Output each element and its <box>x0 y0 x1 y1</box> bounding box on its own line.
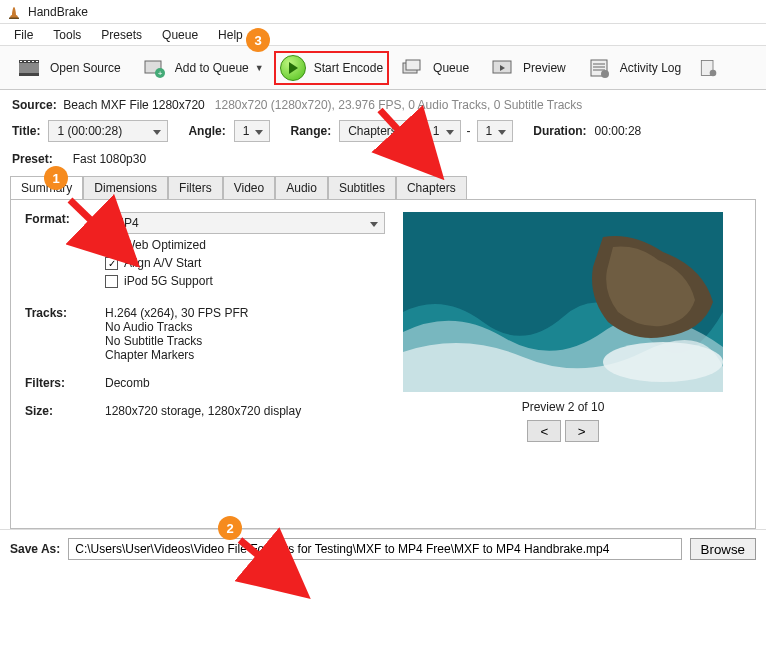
preview-icon <box>489 55 515 81</box>
track-line-2: No Subtitle Tracks <box>105 334 385 348</box>
preview-caption: Preview 2 of 10 <box>385 400 741 414</box>
svg-point-22 <box>710 69 717 76</box>
range-from-select[interactable]: 1 <box>424 120 461 142</box>
preview-image <box>403 212 723 392</box>
tab-video[interactable]: Video <box>223 176 275 199</box>
source-row: Source: Beach MXF File 1280x720 1280x720… <box>0 90 766 118</box>
annotation-number-3: 3 <box>246 28 270 52</box>
preview-prev-button[interactable]: < <box>527 420 561 442</box>
preview-next-button[interactable]: > <box>565 420 599 442</box>
track-line-3: Chapter Markers <box>105 348 385 362</box>
svg-rect-1 <box>19 62 39 74</box>
menu-queue[interactable]: Queue <box>152 26 208 44</box>
svg-text:+: + <box>157 69 162 78</box>
add-queue-icon: + <box>141 55 167 81</box>
source-details: 1280x720 (1280x720), 23.976 FPS, 0 Audio… <box>215 98 583 112</box>
tracks-label: Tracks: <box>25 306 105 362</box>
queue-label: Queue <box>433 61 469 75</box>
tabs: Summary Dimensions Filters Video Audio S… <box>10 176 756 199</box>
queue-icon <box>399 55 425 81</box>
app-title: HandBrake <box>28 5 88 19</box>
svg-rect-0 <box>9 17 19 19</box>
range-dash: - <box>467 124 471 138</box>
queue-button[interactable]: Queue <box>389 51 479 85</box>
size-value: 1280x720 storage, 1280x720 display <box>105 404 385 418</box>
tab-audio[interactable]: Audio <box>275 176 328 199</box>
svg-point-24 <box>603 342 723 382</box>
browse-button[interactable]: Browse <box>690 538 756 560</box>
params-row: Title: 1 (00:00:28) Angle: 1 Range: Chap… <box>0 118 766 152</box>
gear-icon <box>695 55 721 81</box>
settings-button[interactable] <box>691 51 725 85</box>
save-path-input[interactable] <box>68 538 681 560</box>
add-to-queue-button[interactable]: + Add to Queue ▼ <box>131 51 274 85</box>
play-icon <box>280 55 306 81</box>
save-row: Save As: Browse <box>0 529 766 568</box>
svg-rect-8 <box>36 61 38 62</box>
open-source-label: Open Source <box>50 61 121 75</box>
range-label: Range: <box>290 124 331 138</box>
duration-value: 00:00:28 <box>595 124 642 138</box>
preview-label: Preview <box>523 61 566 75</box>
filters-label: Filters: <box>25 376 105 390</box>
ipod-checkbox[interactable]: iPod 5G Support <box>105 274 385 288</box>
menu-file[interactable]: File <box>4 26 43 44</box>
preset-value: Fast 1080p30 <box>73 152 146 166</box>
open-source-button[interactable]: Open Source <box>6 51 131 85</box>
activity-log-label: Activity Log <box>620 61 681 75</box>
svg-rect-4 <box>20 61 22 62</box>
handbrake-icon <box>6 4 22 20</box>
toolbar: Open Source + Add to Queue ▼ Start Encod… <box>0 46 766 90</box>
add-to-queue-label: Add to Queue <box>175 61 249 75</box>
title-label: Title: <box>12 124 40 138</box>
preset-label: Preset: <box>12 152 53 166</box>
angle-label: Angle: <box>188 124 225 138</box>
track-line-1: No Audio Tracks <box>105 320 385 334</box>
range-type-select[interactable]: Chapters <box>339 120 418 142</box>
film-icon <box>16 55 42 81</box>
preset-row: Preset: Fast 1080p30 <box>0 152 766 176</box>
preview-button[interactable]: Preview <box>479 51 576 85</box>
duration-label: Duration: <box>533 124 586 138</box>
tab-dimensions[interactable]: Dimensions <box>83 176 168 199</box>
source-name: Beach MXF File 1280x720 <box>63 98 204 112</box>
tab-filters[interactable]: Filters <box>168 176 223 199</box>
size-label: Size: <box>25 404 105 418</box>
format-label: Format: <box>25 212 105 292</box>
web-optimized-checkbox[interactable]: Web Optimized <box>105 238 385 252</box>
save-label: Save As: <box>10 542 60 556</box>
chevron-down-icon: ▼ <box>255 63 264 73</box>
activity-log-button[interactable]: Activity Log <box>576 51 691 85</box>
tab-subtitles[interactable]: Subtitles <box>328 176 396 199</box>
annotation-number-1: 1 <box>44 166 68 190</box>
titlebar: HandBrake <box>0 0 766 24</box>
svg-rect-7 <box>32 61 34 62</box>
svg-rect-13 <box>406 60 420 70</box>
track-line-0: H.264 (x264), 30 FPS PFR <box>105 306 385 320</box>
log-icon <box>586 55 612 81</box>
svg-rect-6 <box>28 61 30 62</box>
tab-chapters[interactable]: Chapters <box>396 176 467 199</box>
menu-presets[interactable]: Presets <box>91 26 152 44</box>
range-to-select[interactable]: 1 <box>477 120 514 142</box>
svg-rect-5 <box>24 61 26 62</box>
tab-body: Format: MP4 Web Optimized ✓Align A/V Sta… <box>10 199 756 529</box>
filters-value: Decomb <box>105 376 385 390</box>
source-label: Source: <box>12 98 57 112</box>
title-select[interactable]: 1 (00:00:28) <box>48 120 168 142</box>
annotation-number-2: 2 <box>218 516 242 540</box>
start-encode-button[interactable]: Start Encode <box>274 51 389 85</box>
format-select[interactable]: MP4 <box>105 212 385 234</box>
svg-point-20 <box>601 70 609 78</box>
svg-rect-3 <box>19 73 39 76</box>
menu-tools[interactable]: Tools <box>43 26 91 44</box>
menubar: File Tools Presets Queue Help <box>0 24 766 46</box>
start-encode-label: Start Encode <box>314 61 383 75</box>
align-av-checkbox[interactable]: ✓Align A/V Start <box>105 256 385 270</box>
angle-select[interactable]: 1 <box>234 120 271 142</box>
